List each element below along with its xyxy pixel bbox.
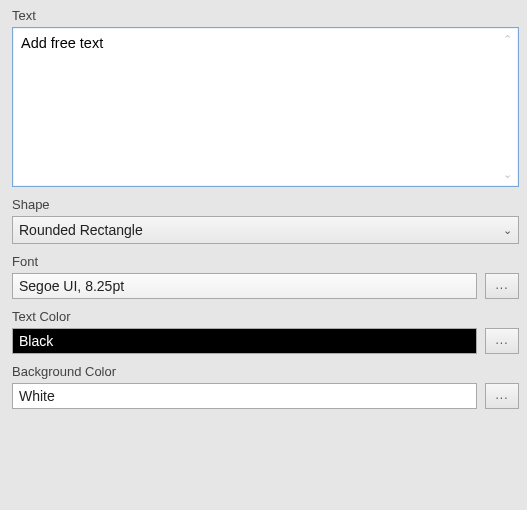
shape-select[interactable]: Rounded Rectangle ⌄ <box>12 216 519 244</box>
text-color-value: Black <box>19 333 53 349</box>
annotation-text-input[interactable] <box>13 28 496 186</box>
text-label: Text <box>12 8 519 23</box>
background-color-display[interactable]: White <box>12 383 477 409</box>
ellipsis-icon: ... <box>495 279 508 291</box>
font-section: Font Segoe UI, 8.25pt ... <box>12 254 519 299</box>
background-color-value: White <box>19 388 55 404</box>
font-picker-button[interactable]: ... <box>485 273 519 299</box>
text-color-label: Text Color <box>12 309 519 324</box>
text-color-picker-button[interactable]: ... <box>485 328 519 354</box>
background-color-label: Background Color <box>12 364 519 379</box>
background-color-section: Background Color White ... <box>12 364 519 409</box>
text-area-container: ⌃ ⌄ <box>12 27 519 187</box>
scroll-down-icon: ⌄ <box>503 165 512 184</box>
ellipsis-icon: ... <box>495 389 508 401</box>
text-color-display[interactable]: Black <box>12 328 477 354</box>
font-label: Font <box>12 254 519 269</box>
chevron-down-icon: ⌄ <box>503 224 512 237</box>
background-color-picker-button[interactable]: ... <box>485 383 519 409</box>
scroll-up-icon: ⌃ <box>503 30 512 49</box>
ellipsis-icon: ... <box>495 334 508 346</box>
scrollbar: ⌃ ⌄ <box>498 30 516 184</box>
shape-value: Rounded Rectangle <box>19 222 143 238</box>
annotation-properties-panel: Text ⌃ ⌄ Shape Rounded Rectangle ⌄ Font … <box>0 0 527 427</box>
font-value: Segoe UI, 8.25pt <box>19 278 124 294</box>
text-color-section: Text Color Black ... <box>12 309 519 354</box>
shape-label: Shape <box>12 197 519 212</box>
text-section: Text ⌃ ⌄ <box>12 8 519 187</box>
shape-section: Shape Rounded Rectangle ⌄ <box>12 197 519 244</box>
font-display[interactable]: Segoe UI, 8.25pt <box>12 273 477 299</box>
